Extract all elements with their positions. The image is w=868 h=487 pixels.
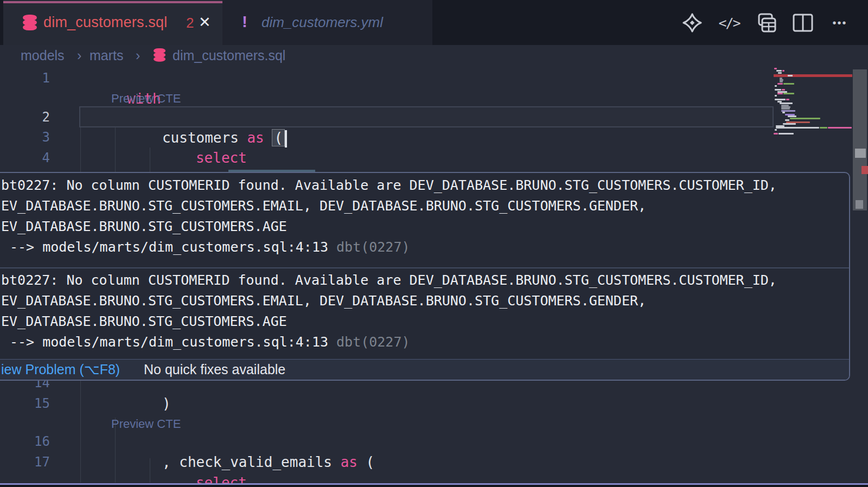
dbt-logo-icon[interactable] [680,12,704,34]
minimap-code-row [775,95,777,97]
tab-bar: dim_customers.sql 2 ✕ ! dim_customers.ym… [0,0,868,45]
diagnostic-message: bt0227: No column CUSTOMERID found. Avai… [1,175,840,196]
diagnostic-location: --> models/marts/dim_customers.sql:4:13 … [1,237,840,258]
database-icon [23,15,37,31]
breadcrumb-models[interactable]: models [21,48,65,63]
minimap-code-row [820,127,827,129]
line-number: 17 [16,452,50,472]
diagnostic-block: bt0227: No column CUSTOMERID found. Avai… [1,270,840,353]
minimap-code-row [780,81,783,82]
line-number: 4 [16,148,50,168]
minimap-code-row [778,72,782,74]
tab-dim-customers-yml[interactable]: ! dim_customers.yml [222,0,432,45]
breadcrumb-marts[interactable]: marts [90,48,124,63]
minimap-code-row [774,133,778,134]
diagnostic-message: EV_DATABASE.BRUNO.STG_CUSTOMERS.EMAIL, D… [1,291,840,311]
minimap-code-row [775,129,777,131]
diagnostic-message: EV_DATABASE.BRUNO.STG_CUSTOMERS.AGE [1,311,840,332]
diagnostic-location: --> models/marts/dim_customers.sql:4:13 … [1,332,840,353]
minimap-code-row [775,85,777,87]
view-problem-link[interactable]: iew Problem (⌥F8) [1,362,120,377]
minimap-code-row [828,127,852,129]
minimap-error-marker [774,74,852,77]
scrollbar-decoration-mark [861,166,868,174]
split-editor-icon[interactable] [791,12,815,34]
scrollbar-decoration-mark [856,200,863,209]
diagnostic-file-link[interactable]: models/marts/dim_customers.sql:4:13 [42,239,328,255]
compiled-code-icon[interactable]: </> [717,12,741,34]
chevron-right-icon: › [136,48,140,63]
database-icon [154,48,165,62]
line-number: 3 [16,127,50,148]
minimap-code-row [780,102,793,104]
text-cursor [285,130,287,148]
line-number-active: 2 [16,107,50,127]
code-line-3: select [145,127,247,148]
minimap-code-row [776,127,819,129]
code-line-2: customers as ( [111,107,287,127]
copy-table-icon[interactable] [754,12,778,34]
diagnostic-message: bt0227: No column CUSTOMERID found. Avai… [1,270,840,291]
editor-actions: </> ••• [680,12,852,34]
minimap-code-row [786,99,789,100]
line-number: 15 [16,393,50,414]
breadcrumb-file[interactable]: dim_customers.sql [173,48,285,63]
line-number: 16 [16,431,50,452]
diagnostic-source: dbt(0227) [328,239,410,255]
minimap-code-row [782,70,784,72]
diagnostic-block: bt0227: No column CUSTOMERID found. Avai… [1,175,840,258]
minimap-code-row [776,70,782,72]
minimap-code-row [783,123,796,125]
code-line-4: customerId [177,148,315,168]
open-paren: ( [358,454,374,470]
diagnostic-file-link[interactable]: models/marts/dim_customers.sql:4:13 [42,334,328,350]
diagnostic-source: dbt(0227) [328,334,410,350]
minimap-code-row [778,133,794,134]
minimap-code-row [775,89,781,91]
tab-label: dim_customers.sql [43,14,167,31]
minimap-code-row [777,93,783,94]
minimap-code-row [777,83,783,85]
closing-paren: ) [162,395,171,412]
popup-divider [0,267,849,268]
active-tab-accent [3,1,222,3]
popup-footer: iew Problem (⌥F8) No quick fixes availab… [0,359,849,380]
close-icon[interactable]: ✕ [199,14,211,31]
chevron-right-icon: › [77,48,81,63]
no-quick-fixes-label: No quick fixes available [144,362,285,377]
minimap-code-row [774,68,777,69]
preview-cte-codelens[interactable]: Preview CTE [111,416,181,432]
minimap-code-row [775,99,786,100]
minimap-code-row [783,93,794,94]
editor-window: dim_customers.sql 2 ✕ ! dim_customers.ym… [0,0,868,487]
code-line-16: , check_valid_emails as ( [111,431,374,452]
indent-guide [80,373,81,483]
tab-label: dim_customers.yml [261,14,383,31]
minimap-code-row [785,119,789,121]
minimap-code-row [783,83,794,85]
minimap-code-row [782,89,785,91]
warning-icon: ! [242,12,247,31]
more-actions-icon[interactable]: ••• [828,12,852,34]
diagnostic-message: EV_DATABASE.BRUNO.STG_CUSTOMERS.AGE [1,216,840,237]
minimap-code-row [790,118,820,119]
preview-cte-codelens[interactable]: Preview CTE [111,91,181,106]
bracket-match: ( [272,130,284,146]
tab-dim-customers-sql[interactable]: dim_customers.sql 2 ✕ [3,0,222,45]
scrollbar-decoration-mark [855,149,866,158]
minimap-highlight-chip [788,75,793,76]
keyword-as: as [341,454,358,470]
keyword-as: as [247,130,272,146]
minimap-code-row [782,112,785,113]
code-line-1: with [76,68,161,88]
scrollbar[interactable] [853,69,867,210]
problem-count-badge: 2 [186,15,194,31]
minimap-code-row [781,108,790,110]
breadcrumb: models › marts › dim_customers.sql [0,45,868,66]
minimap-code-row [788,116,796,117]
diagnostic-message: EV_DATABASE.BRUNO.STG_CUSTOMERS.EMAIL, D… [1,196,840,216]
line-number: 1 [16,68,50,88]
window-bottom-gap [0,485,868,487]
code-line-17: select [145,452,247,472]
indent-guide [80,127,81,172]
